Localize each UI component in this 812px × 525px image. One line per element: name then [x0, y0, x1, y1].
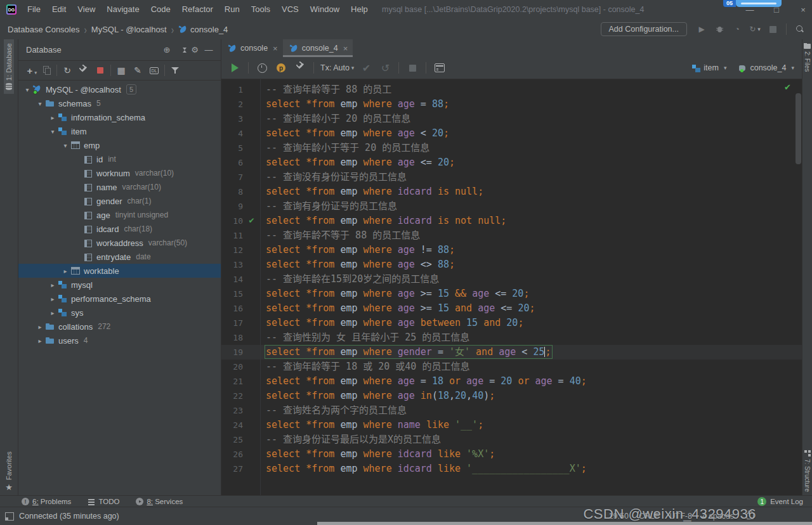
toolwindow-favorites-button[interactable]: Favorites ★	[4, 448, 14, 496]
toolwindow-8-services[interactable]: 8: Services	[136, 498, 183, 505]
tab-console_4[interactable]: console_4×	[283, 39, 353, 57]
stop-red-icon[interactable]	[93, 64, 108, 77]
tab-console[interactable]: console×	[221, 39, 283, 57]
tree-item-worknum[interactable]: worknumvarchar(10)	[18, 166, 221, 180]
duplicate-icon[interactable]	[39, 64, 54, 77]
tree-item-entrydate[interactable]: entrydatedate	[18, 250, 221, 264]
tree-item-emp[interactable]: ▾emp	[18, 138, 221, 152]
code-line[interactable]: 13select *from emp where age <> 88;	[221, 257, 802, 272]
hide-panel-icon[interactable]: —	[202, 45, 216, 55]
chevron-down-icon[interactable]: ▾	[48, 128, 58, 135]
breadcrumb-item[interactable]: console_4	[178, 25, 228, 34]
tree-item-age[interactable]: agetinyint unsigned	[18, 208, 221, 222]
toolwindow-database-button[interactable]: 1: Database	[4, 39, 14, 94]
code-line[interactable]: 27select *from emp where idcard like '__…	[221, 462, 802, 476]
menu-window[interactable]: Window	[304, 0, 345, 19]
code-line[interactable]: 18-- 查询性别为 女 且年龄小于 25 的员工信息	[221, 330, 802, 345]
indent-setting[interactable]: 4 spaces	[702, 512, 734, 521]
menu-navigate[interactable]: Navigate	[101, 0, 145, 19]
code-line[interactable]: 20-- 查询年龄等于 18 或 20 或40 的员工信息	[221, 360, 802, 374]
code-line[interactable]: 8select *from emp where idcard is null;	[221, 185, 802, 199]
line-ending[interactable]: CRLF	[639, 512, 660, 521]
code-line[interactable]: 14-- 查询年龄在15到20岁之间的员工信息	[221, 272, 802, 287]
chevron-down-icon[interactable]: ▾	[22, 86, 32, 93]
execute-icon[interactable]	[228, 61, 242, 75]
toolwindow-toggle-icon[interactable]	[5, 512, 14, 521]
search-everywhere-icon[interactable]	[794, 23, 806, 35]
modify-pencil-icon[interactable]: ✎	[130, 64, 145, 77]
chevron-right-icon[interactable]: ▸	[48, 309, 58, 316]
vertical-scrollbar[interactable]	[796, 93, 801, 164]
tree-item-performance_schema[interactable]: ▸performance_schema	[18, 292, 221, 306]
toolwindow-files-button[interactable]: 2: Files	[802, 39, 812, 75]
tree-item-workaddress[interactable]: workaddressvarchar(50)	[18, 236, 221, 250]
code-line[interactable]: 15select *from emp where age >= 15 && ag…	[221, 287, 802, 301]
menu-code[interactable]: Code	[145, 0, 176, 19]
settings-gear-icon[interactable]: ⚙	[188, 45, 202, 55]
code-line[interactable]: 9-- 查询有身份证号的员工信息	[221, 199, 802, 214]
tree-item-information_schema[interactable]: ▸information_schema	[18, 110, 221, 124]
caret-position[interactable]: 19:50	[609, 512, 629, 521]
encoding[interactable]: UTF-8	[670, 512, 692, 521]
tree-item-item[interactable]: ▾item	[18, 124, 221, 138]
code-line[interactable]: 3-- 查询年龄小于 20 的员工信息	[221, 112, 802, 126]
ddl-icon[interactable]: DL	[147, 64, 162, 77]
console-settings-wrench-icon[interactable]	[293, 61, 307, 75]
tree-item-name[interactable]: namevarchar(10)	[18, 180, 221, 194]
code-line[interactable]: 2select *from emp where age = 88;	[221, 97, 802, 112]
code-line[interactable]: 16select *from emp where age >= 15 and a…	[221, 301, 802, 316]
chevron-right-icon[interactable]: ▸	[48, 295, 58, 302]
profiler-icon[interactable]: ◔	[731, 23, 743, 35]
menu-help[interactable]: Help	[345, 0, 374, 19]
code-line[interactable]: 19select *from emp where gender = '女' an…	[221, 345, 802, 360]
code-line[interactable]: 12select *from emp where age != 88;	[221, 243, 802, 257]
tree-item-MySQL - @localhost[interactable]: ▾MySQL - @localhost5	[18, 82, 221, 96]
code-line[interactable]: 22select *from emp where age in(18,20,40…	[221, 389, 802, 403]
code-line[interactable]: 11-- 查询年龄不等于 88 的员工信息	[221, 228, 802, 243]
chevron-right-icon[interactable]: ▸	[48, 114, 58, 121]
code-line[interactable]: 5-- 查询年龄小于等于 20 的员工信息	[221, 141, 802, 155]
chevron-down-icon[interactable]: ▾	[60, 142, 70, 149]
close-icon[interactable]: ×	[343, 44, 348, 53]
tree-item-idcard[interactable]: idcardchar(18)	[18, 222, 221, 236]
stop-query-icon[interactable]	[405, 61, 419, 75]
refresh-icon[interactable]: ↻	[60, 64, 75, 77]
rollback-icon[interactable]: ↺	[378, 61, 392, 75]
close-button[interactable]: ×	[798, 5, 808, 15]
history-clock-icon[interactable]	[255, 61, 269, 75]
code-line[interactable]: 23-- 查询姓名为两个字的员工信息	[221, 403, 802, 418]
code-line[interactable]: 10✔select *from emp where idcard is not …	[221, 214, 802, 228]
menu-file[interactable]: File	[22, 0, 46, 19]
tree-item-schemas[interactable]: ▾schemas5	[18, 96, 221, 110]
event-log-button[interactable]: 1 Event Log	[757, 497, 803, 506]
menu-run[interactable]: Run	[219, 0, 246, 19]
tree-item-sys[interactable]: ▸sys	[18, 306, 221, 320]
tree-item-worktable[interactable]: ▸worktable	[18, 264, 221, 278]
filter-funnel-icon[interactable]	[167, 64, 183, 77]
maximize-button[interactable]: □	[771, 5, 782, 15]
add-datasource-icon[interactable]: +	[22, 64, 37, 77]
toolwindow-6-problems[interactable]: 6: Problems	[22, 498, 71, 505]
schema-selector[interactable]: item ▾	[691, 63, 726, 72]
locate-object-icon[interactable]: ⊕	[160, 45, 174, 55]
chevron-right-icon[interactable]: ▸	[35, 337, 45, 344]
code-line[interactable]: 24select *from emp where name like '__';	[221, 418, 802, 432]
tree-item-gender[interactable]: genderchar(1)	[18, 194, 221, 208]
toolwindow-structure-button[interactable]: 7: Structure	[802, 446, 812, 496]
chevron-right-icon[interactable]: ▸	[48, 282, 58, 288]
code-line[interactable]: 17select *from emp where age between 15 …	[221, 316, 802, 330]
toolwindow-todo[interactable]: TODO	[88, 498, 119, 505]
tx-mode-selector[interactable]: Tx: Auto▾	[320, 63, 354, 72]
rerun-dropdown-icon[interactable]: ↻▾	[749, 23, 761, 35]
tree-item-collations[interactable]: ▸collations272	[18, 320, 221, 334]
menu-refactor[interactable]: Refactor	[176, 0, 219, 19]
chevron-right-icon[interactable]: ▸	[60, 268, 70, 275]
code-line[interactable]: 1-- 查询年龄等于 88 的员工	[221, 82, 802, 97]
code-line[interactable]: 6select *from emp where age <= 20;	[221, 155, 802, 170]
minimize-button[interactable]: —	[745, 5, 755, 15]
breadcrumb-item[interactable]: MySQL - @localhost	[91, 25, 167, 34]
session-selector[interactable]: console_4 ▾	[738, 63, 794, 72]
parameters-icon[interactable]: p	[274, 61, 288, 75]
readonly-lock-icon[interactable]	[747, 513, 754, 519]
code-line[interactable]: 21select *from emp where age = 18 or age…	[221, 374, 802, 389]
